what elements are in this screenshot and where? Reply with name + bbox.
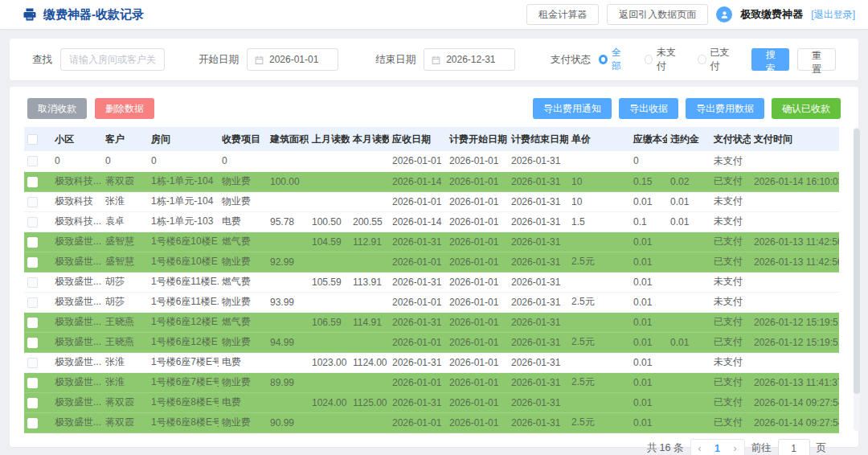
confirm-received-button[interactable]: 确认已收款 bbox=[772, 98, 841, 119]
column-header: 建筑面积 bbox=[267, 127, 309, 151]
row-checkbox[interactable] bbox=[27, 358, 38, 368]
table-cell: 89.99 bbox=[267, 372, 309, 392]
back-to-import-button[interactable]: 返回引入数据页面 bbox=[607, 4, 708, 25]
table-cell: 2.5元 bbox=[568, 292, 630, 312]
reset-button[interactable]: 重置 bbox=[797, 48, 836, 71]
table-cell: 极致盛世... bbox=[51, 372, 102, 392]
table-row[interactable]: 极致盛世...张淮1号楼6座7楼E号房物业费89.992026-01-01202… bbox=[24, 372, 839, 392]
row-checkbox[interactable] bbox=[27, 318, 38, 328]
table-cell: 1号楼6座11楼E... bbox=[148, 272, 219, 292]
row-checkbox[interactable] bbox=[27, 277, 38, 288]
table-row[interactable]: 极致科技张淮1栋-1单元-104物业费2026-01-012026-01-012… bbox=[24, 191, 839, 211]
start-date-input[interactable]: 2026-01-01 bbox=[247, 48, 338, 71]
table-cell bbox=[309, 412, 350, 432]
table-row[interactable]: 极致盛世...张淮1号楼6座7楼E号房电费1023.001124.002026-… bbox=[24, 352, 839, 372]
table-cell: 已支付 bbox=[710, 252, 751, 272]
search-label: 查找 bbox=[32, 53, 52, 67]
end-date-value: 2026-12-31 bbox=[446, 54, 495, 65]
table-cell: 92.99 bbox=[267, 252, 309, 272]
table-cell: 2026-01-31 bbox=[508, 292, 568, 312]
table-cell: 10 bbox=[568, 191, 630, 211]
search-button[interactable]: 搜索 bbox=[751, 48, 790, 71]
table-cell: 2026-01-13 11:41:37 bbox=[751, 372, 839, 392]
export-fee-data-button[interactable]: 导出费用数据 bbox=[686, 98, 764, 119]
top-bar: 缴费神器-收款记录 租金计算器 返回引入数据页面 极致缴费神器 [退出登录] bbox=[0, 0, 868, 29]
table-cell bbox=[568, 151, 630, 171]
table-cell bbox=[568, 312, 630, 332]
table-cell bbox=[751, 272, 839, 292]
delete-data-button[interactable]: 删除数据 bbox=[95, 98, 154, 119]
checkbox-cell bbox=[24, 211, 51, 232]
table-cell: 物业费 bbox=[219, 412, 267, 432]
cancel-collection-button[interactable]: 取消收款 bbox=[27, 98, 87, 119]
table-cell: 0.1 bbox=[630, 211, 667, 232]
table-cell: 张淮 bbox=[102, 191, 148, 211]
table-cell: 0.01 bbox=[630, 252, 667, 272]
table-cell: 已支付 bbox=[710, 312, 751, 332]
table-cell: 蒋双霞 bbox=[102, 171, 148, 191]
row-checkbox[interactable] bbox=[27, 156, 38, 166]
logout-link[interactable]: [退出登录] bbox=[811, 8, 855, 22]
current-page-button[interactable]: 1 bbox=[709, 443, 727, 454]
row-checkbox[interactable] bbox=[27, 338, 38, 348]
table-cell: 未支付 bbox=[710, 191, 751, 211]
table-cell bbox=[751, 352, 839, 372]
table-row[interactable]: 极致盛世...王晓燕1号楼6座12楼E...物业费94.992026-01-01… bbox=[24, 332, 839, 352]
table-cell: 2026-01-14 16:10:03 bbox=[751, 171, 839, 191]
table-cell: 极致盛世... bbox=[51, 392, 102, 412]
table-row[interactable]: 极致盛世...胡莎1号楼6座11楼E...燃气费105.59113.912026… bbox=[24, 272, 839, 292]
column-header: 违约金 bbox=[667, 127, 710, 151]
table-cell: 0.01 bbox=[630, 392, 667, 412]
table-cell bbox=[751, 211, 839, 232]
table-cell: 94.99 bbox=[267, 332, 309, 352]
goto-page-input[interactable] bbox=[778, 439, 810, 455]
table-row[interactable]: 极致盛世...盛智慧1号楼6座10楼E...物业费92.992026-01-01… bbox=[24, 252, 839, 272]
table-cell: 2026-01-01 bbox=[389, 412, 446, 432]
pay-status-radio-全部[interactable]: 全部 bbox=[599, 46, 626, 73]
table-row[interactable]: 极致盛世...王晓燕1号楼6座12楼E...燃气费106.59114.91202… bbox=[24, 312, 839, 332]
table-cell: 燃气费 bbox=[219, 272, 267, 292]
table-cell: 2026-01-31 bbox=[389, 352, 446, 372]
row-checkbox[interactable] bbox=[27, 217, 38, 228]
scrollbar-thumb[interactable] bbox=[854, 129, 860, 394]
select-all-checkbox[interactable] bbox=[27, 134, 38, 145]
table-cell: 2026-01-01 bbox=[389, 332, 446, 352]
table-row[interactable]: 极致盛世...蒋双霞1号楼6座8楼E号房物业费90.992026-01-0120… bbox=[24, 412, 839, 432]
export-fee-notice-button[interactable]: 导出费用通知 bbox=[533, 98, 612, 119]
pay-status-radio-已支付[interactable]: 已支付 bbox=[698, 46, 734, 73]
prev-page-button[interactable]: ‹ bbox=[691, 443, 709, 454]
export-receipt-button[interactable]: 导出收据 bbox=[619, 98, 678, 119]
table-row[interactable]: 极致盛世...胡莎1号楼6座11楼E...物业费93.992026-01-012… bbox=[24, 292, 839, 312]
table-cell: 2026-01-31 bbox=[508, 412, 568, 432]
table-row[interactable]: 极致科技...袁卓1栋-1单元-103电费95.78100.50200.5520… bbox=[24, 211, 839, 232]
row-checkbox[interactable] bbox=[27, 177, 38, 187]
table-cell bbox=[667, 412, 710, 432]
table-row[interactable]: 00002026-01-012026-01-012026-01-310未支付 bbox=[24, 151, 839, 171]
table-row[interactable]: 极致科技...蒋双霞1栋-1单元-104物业费100.002026-01-142… bbox=[24, 171, 839, 191]
pay-status-radio-group: 全部未支付已支付 bbox=[599, 46, 751, 73]
printer-icon bbox=[23, 7, 37, 22]
start-date-label: 开始日期 bbox=[199, 53, 239, 67]
table-cell: 2026-01-01 bbox=[446, 372, 508, 392]
next-page-button[interactable]: › bbox=[727, 443, 744, 454]
rent-calculator-button[interactable]: 租金计算器 bbox=[526, 4, 599, 25]
row-checkbox[interactable] bbox=[27, 418, 38, 428]
table-cell: 电费 bbox=[219, 211, 267, 232]
table-cell bbox=[267, 352, 309, 372]
row-checkbox[interactable] bbox=[27, 197, 38, 207]
checkbox-cell bbox=[24, 232, 51, 252]
table-row[interactable]: 极致盛世...蒋双霞1号楼6座8楼E号房电费1024.001125.002026… bbox=[24, 392, 839, 412]
table-scrollbar[interactable] bbox=[854, 127, 860, 431]
table-cell: 1栋-1单元-104 bbox=[148, 171, 219, 191]
row-checkbox[interactable] bbox=[27, 378, 38, 388]
table-cell: 2026-01-01 bbox=[446, 252, 508, 272]
table-row[interactable]: 极致盛世...盛智慧1号楼6座10楼E...燃气费104.59112.91202… bbox=[24, 232, 839, 252]
search-input[interactable] bbox=[60, 48, 165, 71]
row-checkbox[interactable] bbox=[27, 297, 38, 308]
pay-status-radio-未支付[interactable]: 未支付 bbox=[645, 46, 681, 73]
end-date-input[interactable]: 2026-12-31 bbox=[424, 48, 515, 71]
row-checkbox[interactable] bbox=[27, 237, 38, 248]
table-cell bbox=[267, 151, 309, 171]
row-checkbox[interactable] bbox=[27, 398, 38, 408]
row-checkbox[interactable] bbox=[27, 257, 38, 268]
